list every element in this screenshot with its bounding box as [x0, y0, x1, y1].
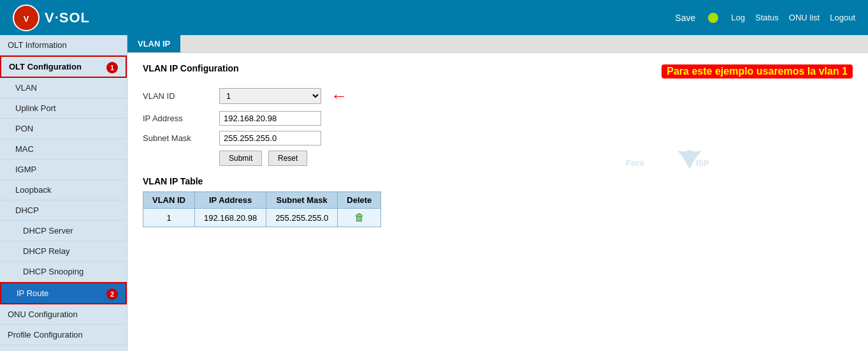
col-subnet-mask: Subnet Mask	[266, 192, 338, 209]
vlan-id-row: VLAN ID 1 ←	[143, 86, 853, 106]
sidebar-item-dhcp-snooping[interactable]: DHCP Snooping	[0, 262, 127, 282]
delete-button[interactable]: 🗑	[354, 212, 365, 223]
col-ip-address: IP Address	[195, 192, 266, 209]
nav-log[interactable]: Log	[731, 13, 745, 22]
cell-ip-address: 192.168.20.98	[195, 209, 266, 227]
header: V V·SOL Save Log Status ONU list Logout	[0, 0, 868, 35]
submit-button[interactable]: Submit	[219, 151, 262, 166]
subnet-mask-input[interactable]	[219, 131, 321, 146]
red-arrow-icon: ←	[331, 86, 347, 106]
ip-address-label: IP Address	[143, 114, 219, 123]
ip-address-row: IP Address	[143, 111, 853, 126]
vlan-id-select[interactable]: 1	[219, 88, 321, 104]
vlan-id-label: VLAN ID	[143, 91, 219, 101]
content-area: VLAN IP VLAN IP Configuration Para este …	[127, 35, 868, 351]
nav-onu-list[interactable]: ONU list	[789, 13, 820, 22]
vsol-logo-icon: V	[13, 4, 40, 31]
cell-delete[interactable]: 🗑	[338, 209, 381, 227]
sidebar-item-pon[interactable]: PON	[0, 119, 127, 139]
sidebar-item-uplink-port[interactable]: Uplink Port	[0, 98, 127, 119]
olt-config-badge: 1	[106, 62, 118, 73]
header-nav: Log Status ONU list Logout	[731, 13, 855, 22]
header-right: Save Log Status ONU list Logout	[675, 13, 855, 23]
tab-bar: VLAN IP	[127, 35, 868, 53]
table-row: 1 192.168.20.98 255.255.255.0 🗑	[143, 209, 381, 227]
sidebar-item-olt-configuration[interactable]: OLT Configuration 1	[0, 56, 127, 78]
logo: V V·SOL	[13, 4, 90, 31]
sidebar: OLT Information OLT Configuration 1 VLAN…	[0, 35, 127, 351]
sidebar-item-dhcp-server[interactable]: DHCP Server	[0, 221, 127, 241]
nav-logout[interactable]: Logout	[830, 13, 855, 22]
sidebar-item-dhcp-relay[interactable]: DHCP Relay	[0, 241, 127, 262]
section-title: VLAN IP Configuration	[143, 63, 239, 73]
save-label: Save	[675, 13, 695, 23]
sidebar-item-dhcp[interactable]: DHCP	[0, 200, 127, 221]
annotation-container: Para este ejemplo usaremos la vlan 1	[662, 64, 853, 78]
sidebar-item-vlan[interactable]: VLAN	[0, 78, 127, 98]
sidebar-item-system-configuration[interactable]: System Configuration	[0, 345, 127, 351]
ip-route-badge: 2	[106, 288, 118, 300]
content-inner: VLAN IP Configuration Para este ejemplo …	[127, 53, 868, 237]
ip-address-input[interactable]	[219, 111, 321, 126]
cell-vlan-id: 1	[143, 209, 195, 227]
sidebar-item-profile-configuration[interactable]: Profile Configuration	[0, 325, 127, 345]
reset-button[interactable]: Reset	[268, 151, 307, 166]
sidebar-item-igmp[interactable]: IGMP	[0, 160, 127, 180]
main-layout: OLT Information OLT Configuration 1 VLAN…	[0, 35, 868, 351]
tab-vlan-ip[interactable]: VLAN IP	[127, 35, 180, 52]
brand-name: V·SOL	[45, 10, 90, 26]
sidebar-item-mac[interactable]: MAC	[0, 139, 127, 160]
sidebar-item-ip-route[interactable]: IP Route 2	[0, 282, 127, 304]
nav-status[interactable]: Status	[755, 13, 779, 22]
sidebar-item-olt-information[interactable]: OLT Information	[0, 35, 127, 56]
annotation-text: Para este ejemplo usaremos la vlan 1	[662, 64, 853, 78]
vlan-ip-table: VLAN ID IP Address Subnet Mask Delete 1 …	[143, 191, 381, 227]
sidebar-item-onu-configuration[interactable]: ONU Configuration	[0, 304, 127, 325]
vlan-ip-table-title: VLAN IP Table	[143, 176, 853, 186]
cell-subnet-mask: 255.255.255.0	[266, 209, 338, 227]
col-vlan-id: VLAN ID	[143, 192, 195, 209]
subnet-mask-label: Subnet Mask	[143, 133, 219, 143]
col-delete: Delete	[338, 192, 381, 209]
svg-text:V: V	[24, 14, 29, 24]
status-dot	[708, 13, 718, 23]
form-buttons: Submit Reset	[219, 151, 853, 166]
sidebar-item-loopback[interactable]: Loopback	[0, 180, 127, 200]
subnet-mask-row: Subnet Mask	[143, 131, 853, 146]
